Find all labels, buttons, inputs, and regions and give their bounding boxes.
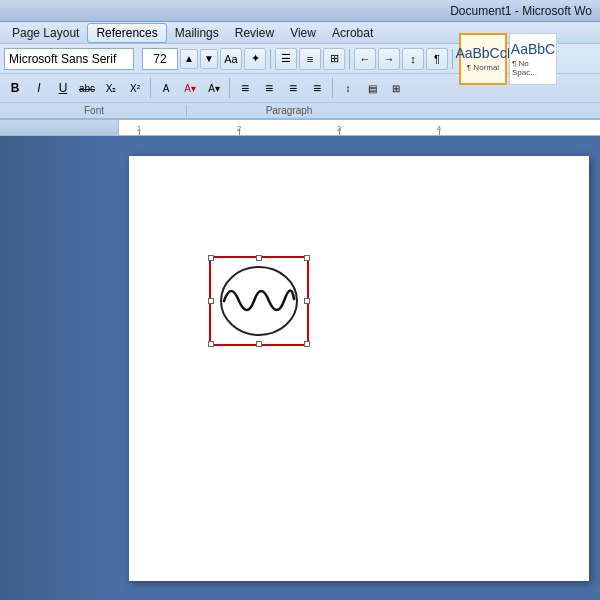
menu-page-layout[interactable]: Page Layout <box>4 24 87 42</box>
toolbar-sections: Font Paragraph <box>0 102 600 118</box>
superscript-button[interactable]: X² <box>124 77 146 99</box>
font-shrink-button[interactable]: ▼ <box>200 49 218 69</box>
bold-button[interactable]: B <box>4 77 26 99</box>
decrease-indent-button[interactable]: ← <box>354 48 376 70</box>
font-color-button[interactable]: A▾ <box>203 77 225 99</box>
menu-review[interactable]: Review <box>227 24 282 42</box>
ruler-inner: 1 2 3 4 <box>118 120 600 135</box>
align-center-button[interactable]: ≡ <box>258 77 280 99</box>
show-hide-button[interactable]: ¶ <box>426 48 448 70</box>
main-area <box>0 136 600 600</box>
font-size-input[interactable]: 72 <box>142 48 178 70</box>
toolbar-area: Microsoft Sans Serif 72 ▲ ▼ Aa ✦ ☰ ≡ ⊞ ←… <box>0 44 600 120</box>
clear-format-button[interactable]: ✦ <box>244 48 266 70</box>
title-bar: Document1 - Microsoft Wo <box>0 0 600 22</box>
text-effects-button[interactable]: A <box>155 77 177 99</box>
style-normal[interactable]: AaBbCcI ¶ Normal <box>459 33 507 85</box>
left-sidebar <box>0 136 118 600</box>
multilevel-list-button[interactable]: ⊞ <box>323 48 345 70</box>
font-grow-button[interactable]: ▲ <box>180 49 198 69</box>
subscript-button[interactable]: X₂ <box>100 77 122 99</box>
title-bar-text: Document1 - Microsoft Wo <box>450 4 592 18</box>
toolbar-row1: Microsoft Sans Serif 72 ▲ ▼ Aa ✦ ☰ ≡ ⊞ ←… <box>0 44 600 74</box>
line-spacing-button[interactable]: ↕ <box>337 77 359 99</box>
menu-references[interactable]: References <box>87 23 166 43</box>
menu-mailings[interactable]: Mailings <box>167 24 227 42</box>
align-left-button[interactable]: ≡ <box>234 77 256 99</box>
align-right-button[interactable]: ≡ <box>282 77 304 99</box>
shading-button[interactable]: ▤ <box>361 77 383 99</box>
numbered-list-button[interactable]: ≡ <box>299 48 321 70</box>
highlight-button[interactable]: A▾ <box>179 77 201 99</box>
sort-button[interactable]: ↕ <box>402 48 424 70</box>
increase-indent-button[interactable]: → <box>378 48 400 70</box>
font-section-label: Font <box>4 105 184 116</box>
bullet-list-button[interactable]: ☰ <box>275 48 297 70</box>
waveform-svg <box>214 261 304 341</box>
ruler: 1 2 3 4 <box>0 120 600 136</box>
justify-button[interactable]: ≡ <box>306 77 328 99</box>
waveform-object[interactable] <box>209 256 309 346</box>
font-name-dropdown[interactable]: Microsoft Sans Serif <box>4 48 134 70</box>
menu-view[interactable]: View <box>282 24 324 42</box>
doc-page <box>129 156 589 581</box>
change-case-button[interactable]: Aa <box>220 48 242 70</box>
underline-button[interactable]: U <box>52 77 74 99</box>
svg-point-0 <box>221 267 297 335</box>
border-button[interactable]: ⊞ <box>385 77 407 99</box>
doc-area <box>118 136 600 600</box>
paragraph-section-label: Paragraph <box>189 105 389 116</box>
italic-button[interactable]: I <box>28 77 50 99</box>
strikethrough-button[interactable]: abc <box>76 77 98 99</box>
menu-acrobat[interactable]: Acrobat <box>324 24 381 42</box>
style-nospacing[interactable]: AaBbC ¶ No Spac... <box>509 33 557 85</box>
